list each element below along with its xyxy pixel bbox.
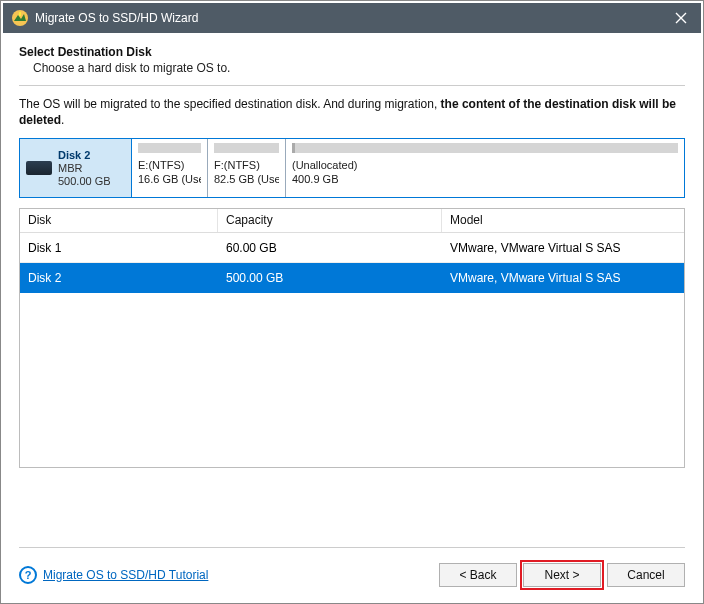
col-header-model[interactable]: Model [442,209,684,232]
cancel-button[interactable]: Cancel [607,563,685,587]
hard-disk-icon [26,161,52,175]
cell-model: VMware, VMware Virtual S SAS [442,241,684,255]
window-title: Migrate OS to SSD/HD Wizard [35,11,661,25]
disk-size: 500.00 GB [58,175,111,188]
partition-size: 16.6 GB (Used [138,173,201,185]
col-header-disk[interactable]: Disk [20,209,218,232]
warning-suffix: . [61,113,64,127]
partition-size: 82.5 GB (Used [214,173,279,185]
app-icon [11,9,29,27]
cell-capacity: 60.00 GB [218,241,442,255]
partition-e[interactable]: E:(NTFS) 16.6 GB (Used [132,139,208,197]
cell-model: VMware, VMware Virtual S SAS [442,271,684,285]
disk-header-block[interactable]: Disk 2 MBR 500.00 GB [20,139,132,197]
page-heading: Select Destination Disk [19,45,685,59]
partition-label: E:(NTFS) [138,159,201,172]
partition-label: F:(NTFS) [214,159,279,172]
disk-visual: Disk 2 MBR 500.00 GB E:(NTFS) 16.6 GB (U… [19,138,685,198]
help-icon[interactable]: ? [19,566,37,584]
col-header-capacity[interactable]: Capacity [218,209,442,232]
cell-capacity: 500.00 GB [218,271,442,285]
disk-table: Disk Capacity Model Disk 1 60.00 GB VMwa… [19,208,685,468]
page-subheading: Choose a hard disk to migrate OS to. [33,61,685,75]
next-button[interactable]: Next > [523,563,601,587]
table-row[interactable]: Disk 2 500.00 GB VMware, VMware Virtual … [20,263,684,293]
partition-size: 400.9 GB [292,173,678,185]
disk-name: Disk 2 [58,149,111,162]
partition-f[interactable]: F:(NTFS) 82.5 GB (Used [208,139,286,197]
back-button[interactable]: < Back [439,563,517,587]
partition-unallocated[interactable]: (Unallocated) 400.9 GB [286,139,684,197]
cell-disk: Disk 2 [20,271,218,285]
disk-style: MBR [58,162,111,175]
partition-label: (Unallocated) [292,159,678,172]
cell-disk: Disk 1 [20,241,218,255]
table-header: Disk Capacity Model [20,209,684,233]
tutorial-link[interactable]: Migrate OS to SSD/HD Tutorial [43,568,433,582]
svg-rect-1 [19,12,21,16]
table-row[interactable]: Disk 1 60.00 GB VMware, VMware Virtual S… [20,233,684,263]
warning-prefix: The OS will be migrated to the specified… [19,97,441,111]
close-button[interactable] [661,3,701,33]
divider [19,85,685,86]
warning-text: The OS will be migrated to the specified… [19,96,685,128]
titlebar: Migrate OS to SSD/HD Wizard [3,3,701,33]
footer: ? Migrate OS to SSD/HD Tutorial < Back N… [19,547,685,591]
